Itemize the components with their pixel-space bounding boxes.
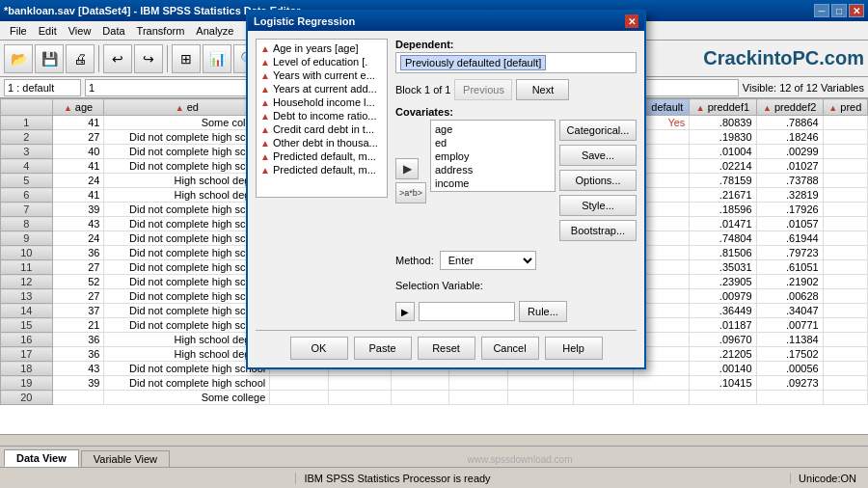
table-cell-ed[interactable]: Did not complete high school (104, 130, 270, 145)
table-cell-ed[interactable]: Did not complete high school (104, 203, 270, 217)
table-cell-debtinc[interactable] (449, 376, 508, 391)
table-cell-ed[interactable]: Did not complete high school (104, 304, 270, 318)
selection-variable-input[interactable] (419, 302, 515, 321)
maximize-button[interactable]: □ (831, 4, 847, 17)
table-cell-preddef1[interactable]: .02214 (690, 159, 756, 174)
table-cell-num[interactable]: 10 (1, 246, 53, 260)
col-header-pred[interactable]: ▲ pred (823, 99, 867, 116)
table-cell-num[interactable]: 3 (1, 145, 53, 159)
table-cell-pred[interactable] (823, 333, 867, 347)
vars-button[interactable]: 📊 (203, 44, 231, 73)
table-cell-preddef1[interactable]: .00140 (690, 362, 756, 376)
col-header-ed[interactable]: ▲ ed (104, 99, 270, 116)
table-cell-num[interactable]: 12 (1, 275, 53, 289)
menu-data[interactable]: Data (96, 23, 130, 39)
table-cell-address[interactable] (328, 391, 391, 405)
table-cell-preddef1[interactable]: .23905 (690, 275, 756, 289)
table-cell-pred[interactable] (823, 217, 867, 231)
variable-list-item[interactable]: ▲Household income l... (258, 95, 385, 109)
table-cell-preddef1[interactable]: .35031 (690, 260, 756, 275)
variable-list-item[interactable]: ▲Age in years [age] (258, 41, 385, 55)
table-cell-pred[interactable] (823, 362, 867, 376)
table-cell-income[interactable] (391, 391, 449, 405)
variable-list-item[interactable]: ▲Years with current e... (258, 68, 385, 82)
table-cell-preddef1[interactable]: .01187 (690, 318, 756, 333)
table-cell-age[interactable]: 39 (52, 203, 104, 217)
tab-variable-view[interactable]: Variable View (81, 450, 170, 467)
table-cell-default[interactable] (634, 376, 690, 391)
table-cell-age[interactable]: 52 (52, 275, 104, 289)
paste-button[interactable]: Paste (354, 337, 412, 360)
goto-button[interactable]: ⊞ (172, 44, 201, 73)
table-cell-preddef2[interactable]: .01057 (756, 217, 823, 231)
table-cell-preddef2[interactable]: .21902 (756, 275, 823, 289)
tab-data-view[interactable]: Data View (4, 449, 79, 467)
table-cell-preddef1[interactable]: .74804 (690, 231, 756, 246)
menu-view[interactable]: View (63, 23, 97, 39)
table-cell-preddef1[interactable]: .80839 (690, 116, 756, 130)
table-cell-age[interactable]: 41 (52, 188, 104, 203)
col-header-age[interactable]: ▲ age (52, 99, 104, 116)
table-cell-ed[interactable]: Did not complete high school (104, 159, 270, 174)
open-button[interactable]: 📂 (4, 44, 33, 73)
table-cell-ed[interactable]: Some college (104, 391, 270, 405)
variable-list[interactable]: ▲Age in years [age]▲Level of education [… (256, 39, 388, 198)
menu-analyze[interactable]: Analyze (190, 23, 239, 39)
variable-list-item[interactable]: ▲Predicted default, m... (258, 149, 385, 163)
table-cell-num[interactable]: 2 (1, 130, 53, 145)
table-cell-age[interactable]: 40 (52, 145, 104, 159)
table-cell-ed[interactable]: High school degree (104, 188, 270, 203)
covariate-item[interactable]: ed (433, 136, 553, 149)
table-cell-num[interactable]: 4 (1, 159, 53, 174)
table-cell-ed[interactable]: Did not complete high school (104, 318, 270, 333)
table-cell-pred[interactable] (823, 130, 867, 145)
minimize-button[interactable]: ─ (814, 4, 829, 17)
table-cell-preddef1[interactable] (690, 391, 756, 405)
table-cell-age[interactable]: 37 (52, 304, 104, 318)
table-cell-ed[interactable]: Did not complete high school (104, 362, 270, 376)
table-cell-pred[interactable] (823, 376, 867, 391)
table-cell-num[interactable]: 19 (1, 376, 53, 391)
table-cell-num[interactable]: 13 (1, 289, 53, 304)
table-cell-preddef1[interactable]: .21671 (690, 188, 756, 203)
variable-list-item[interactable]: ▲Predicted default, m... (258, 163, 385, 176)
table-cell-preddef2[interactable]: .17926 (756, 203, 823, 217)
table-cell-preddef2[interactable]: .79723 (756, 246, 823, 260)
table-cell-preddef1[interactable]: .21205 (690, 347, 756, 362)
variable-list-item[interactable]: ▲Credit card debt in t... (258, 122, 385, 136)
table-cell-ed[interactable]: Did not complete high school (104, 376, 270, 391)
table-cell-preddef2[interactable]: .32819 (756, 188, 823, 203)
categorical-button[interactable]: Categorical... (559, 120, 637, 141)
covariates-list[interactable]: ageedemployaddressincome (430, 120, 556, 192)
table-cell-age[interactable]: 27 (52, 289, 104, 304)
undo-button[interactable]: ↩ (103, 44, 132, 73)
table-cell-age[interactable]: 43 (52, 362, 104, 376)
table-cell-num[interactable]: 14 (1, 304, 53, 318)
table-cell-othdebt[interactable] (574, 391, 634, 405)
table-cell-age[interactable]: 43 (52, 217, 104, 231)
table-cell-preddef2[interactable]: .73788 (756, 174, 823, 188)
table-cell-pred[interactable] (823, 159, 867, 174)
table-cell-age[interactable]: 41 (52, 159, 104, 174)
table-cell-pred[interactable] (823, 145, 867, 159)
table-cell-employ[interactable] (270, 376, 329, 391)
table-cell-preddef2[interactable]: .78864 (756, 116, 823, 130)
table-cell-pred[interactable] (823, 174, 867, 188)
table-cell-age[interactable]: 36 (52, 246, 104, 260)
table-cell-pred[interactable] (823, 304, 867, 318)
cell-reference[interactable] (4, 79, 81, 96)
table-row[interactable]: 20Some college (1, 391, 868, 405)
table-cell-ed[interactable]: Some college (104, 116, 270, 130)
variable-list-item[interactable]: ▲Debt to income ratio... (258, 109, 385, 122)
table-cell-age[interactable]: 21 (52, 318, 104, 333)
table-cell-preddef2[interactable]: .11384 (756, 333, 823, 347)
table-cell-preddef2[interactable]: .00628 (756, 289, 823, 304)
table-cell-preddef2[interactable]: .18246 (756, 130, 823, 145)
table-cell-pred[interactable] (823, 203, 867, 217)
save-button[interactable]: 💾 (35, 44, 64, 73)
next-button[interactable]: Next (516, 79, 569, 100)
help-button[interactable]: Help (545, 337, 603, 360)
cancel-button[interactable]: Cancel (481, 337, 539, 360)
table-cell-age[interactable]: 39 (52, 376, 104, 391)
reset-button[interactable]: Reset (418, 337, 475, 360)
